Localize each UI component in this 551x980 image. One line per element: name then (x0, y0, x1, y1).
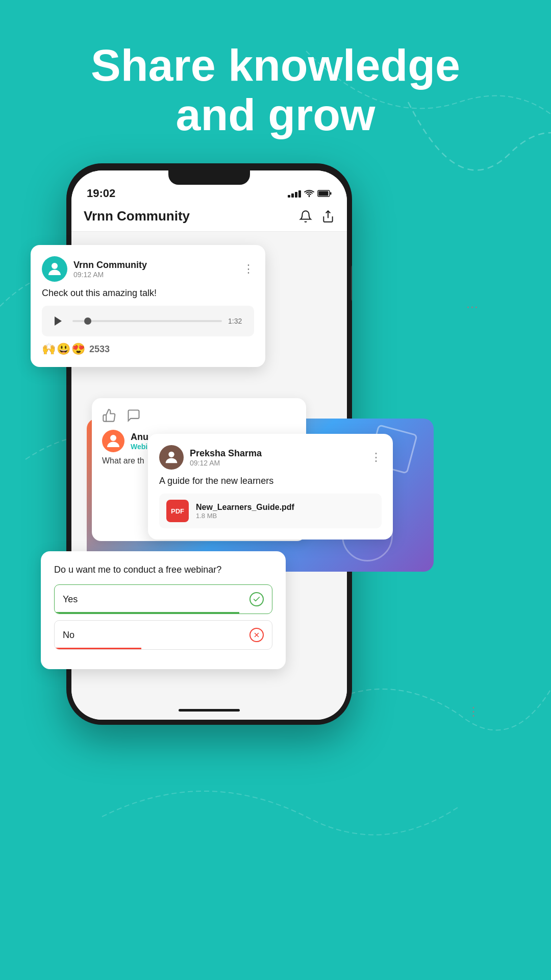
share-icon[interactable] (321, 210, 335, 223)
partial-user-icon (104, 432, 122, 450)
post-message-2: A guide for the new learners (159, 476, 382, 486)
user-details-2: Preksha Sharma 09:12 AM (190, 448, 262, 467)
poll-no-progress (55, 648, 141, 649)
action-icons-row (102, 408, 296, 423)
poll-no-x-icon (249, 628, 264, 642)
bell-icon[interactable] (299, 210, 312, 223)
file-info: New_Learners_Guide.pdf 1.8 MB (196, 503, 294, 520)
checkmark-icon (253, 595, 261, 603)
audio-player[interactable]: 1:32 (42, 306, 254, 336)
headline-text: Share knowledge and grow (0, 41, 551, 140)
poll-yes-label: Yes (63, 594, 78, 605)
reaction-emoji: 🙌 (42, 342, 56, 356)
svg-rect-2 (330, 192, 332, 195)
avatar-2 (159, 445, 184, 470)
phone-notch (168, 170, 250, 185)
partial-avatar (102, 430, 124, 452)
app-title: Vrnn Community (84, 208, 190, 224)
post-time: 09:12 AM (73, 271, 147, 279)
user-icon-2 (163, 449, 180, 466)
audio-duration: 1:32 (228, 317, 246, 325)
svg-point-4 (52, 263, 58, 269)
signal-icon (288, 189, 301, 198)
poll-option-no[interactable]: No (54, 620, 272, 650)
headline-line1: Share knowledge (91, 40, 460, 90)
poll-card: Do u want me to conduct a free webinar? … (41, 551, 286, 669)
card-header: Vrnn Community 09:12 AM ⋮ (42, 256, 254, 282)
card-user-info: Vrnn Community 09:12 AM (42, 256, 147, 282)
more-options-icon-2[interactable]: ⋮ (370, 451, 382, 464)
pdf-icon: PDF (166, 500, 189, 522)
username-2: Preksha Sharma (190, 448, 262, 459)
file-attachment[interactable]: PDF New_Learners_Guide.pdf 1.8 MB (159, 494, 382, 528)
battery-icon (317, 190, 332, 197)
filename: New_Learners_Guide.pdf (196, 503, 294, 512)
reaction-count: 2533 (89, 344, 110, 355)
poll-question: Do u want me to conduct a free webinar? (54, 565, 272, 575)
wifi-icon (304, 189, 314, 198)
pdf-post-card: Preksha Sharma 09:12 AM ⋮ A guide for th… (148, 434, 393, 540)
community-post-card: Vrnn Community 09:12 AM ⋮ Check out this… (31, 245, 265, 367)
audio-scrubber[interactable] (84, 317, 91, 325)
post-message: Check out this amazing talk! (42, 288, 254, 299)
side-more-options-2[interactable]: ⋮ (467, 704, 480, 719)
user-details: Vrnn Community 09:12 AM (73, 260, 147, 279)
phone-side-button-right (351, 265, 352, 301)
home-indicator (179, 709, 240, 712)
app-header: Vrnn Community (71, 201, 347, 232)
post-time-2: 09:12 AM (190, 459, 262, 467)
poll-yes-progress (55, 612, 239, 614)
filesize: 1.8 MB (196, 512, 294, 520)
header-icons[interactable] (299, 210, 335, 223)
emoji-reactions[interactable]: 🙌 😃 😍 (42, 342, 85, 356)
status-time: 19:02 (87, 187, 115, 200)
avatar (42, 256, 67, 282)
play-button[interactable] (50, 313, 66, 329)
play-triangle-icon (55, 316, 62, 326)
svg-rect-1 (319, 191, 329, 196)
reaction-emoji: 😃 (57, 342, 70, 356)
poll-no-label: No (63, 630, 74, 641)
user-icon (45, 260, 64, 278)
svg-point-6 (168, 452, 174, 457)
poll-yes-check-icon (249, 592, 264, 606)
svg-point-5 (110, 435, 116, 441)
comment-icon[interactable] (127, 408, 141, 423)
more-options-icon[interactable]: ⋮ (243, 262, 254, 276)
headline-section: Share knowledge and grow (0, 41, 551, 140)
side-more-options[interactable]: ⋮ (465, 301, 480, 313)
card-header-2: Preksha Sharma 09:12 AM ⋮ (159, 445, 382, 470)
poll-option-yes[interactable]: Yes (54, 584, 272, 614)
like-icon[interactable] (102, 408, 116, 423)
x-icon (253, 631, 260, 639)
status-icons (288, 189, 332, 198)
audio-progress-bar[interactable] (72, 320, 222, 322)
headline-line2: and grow (176, 89, 375, 140)
card-user-info-2: Preksha Sharma 09:12 AM (159, 445, 262, 470)
reaction-emoji: 😍 (71, 342, 85, 356)
reactions-row: 🙌 😃 😍 2533 (42, 342, 254, 356)
username: Vrnn Community (73, 260, 147, 271)
